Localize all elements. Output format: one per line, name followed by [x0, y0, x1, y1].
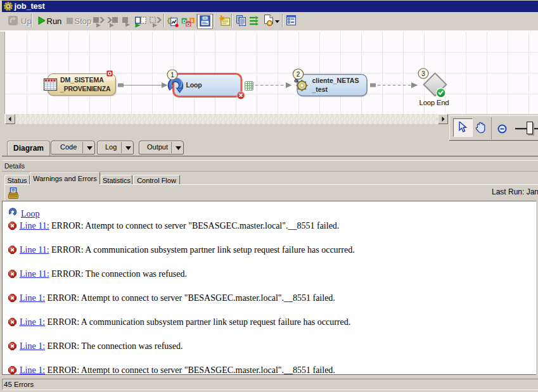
svg-text:Loop End: Loop End — [420, 99, 449, 106]
svg-text:_test: _test — [312, 85, 328, 93]
svg-text:_PROVENIENZA: _PROVENIENZA — [60, 85, 111, 92]
svg-text:2: 2 — [297, 71, 300, 78]
svg-text:Loop: Loop — [186, 81, 202, 89]
svg-text:1: 1 — [170, 72, 174, 79]
svg-text:3: 3 — [421, 70, 425, 77]
svg-text:O: O — [186, 22, 190, 27]
svg-text:cliente_NETAS: cliente_NETAS — [312, 77, 359, 84]
svg-text:DM_SISTEMA: DM_SISTEMA — [60, 76, 104, 84]
